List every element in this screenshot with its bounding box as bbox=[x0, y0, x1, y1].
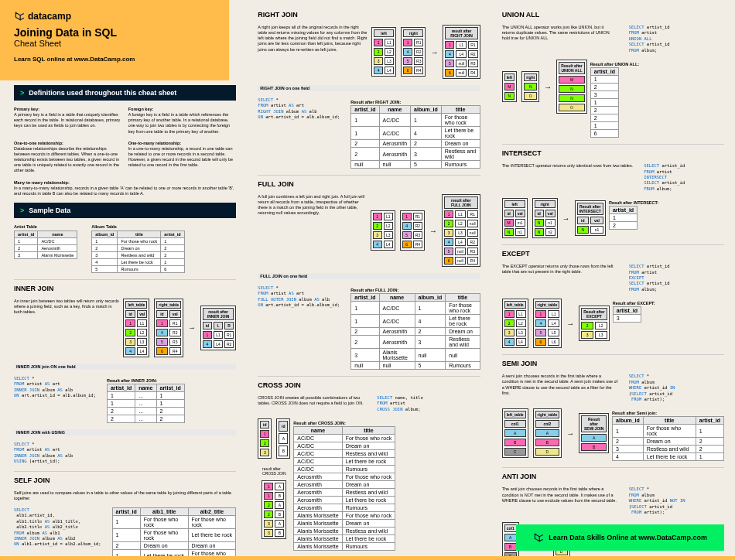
right-join-title: RIGHT JOIN bbox=[258, 6, 480, 19]
album-table-label: Album Table bbox=[91, 224, 117, 229]
inner-join-diagram: left_tableidval1L12L23L34L4 right_tablei… bbox=[123, 299, 236, 357]
unionall-title: UNION ALL bbox=[502, 6, 724, 19]
artist-table-label: Artist Table bbox=[14, 224, 37, 229]
self-join-title: SELF JOIN bbox=[14, 471, 236, 484]
sample-tables: Artist Table artist_idname1AC/DC2Aerosmi… bbox=[14, 224, 236, 273]
unionall-desc: The UNION ALL operator works just like U… bbox=[502, 25, 618, 41]
semi-code: SELECT * FROM album WHERE artist_id IN (… bbox=[629, 374, 675, 402]
inner-result-label: Result after INNER JOIN: bbox=[107, 378, 185, 383]
inner-join-desc: An inner join between two tables will re… bbox=[14, 299, 120, 315]
right-code: SELECT * FROM artist AS art RIGHT JOIN a… bbox=[258, 97, 340, 121]
cta-text: Learn Data Skills Online at www.DataCamp… bbox=[549, 534, 707, 541]
inner-code-1: SELECT * FROM artist AS art INNER JOIN a… bbox=[14, 376, 96, 399]
album-table: album_idtitleartist_id1For those who roc… bbox=[91, 230, 184, 273]
except-result-label: Result after EXCEPT: bbox=[613, 301, 655, 306]
except-diagram: left_table1L12L23L34L4 right_table1L14L4… bbox=[502, 299, 610, 348]
except-desc: The EXCEPT operator returns only those r… bbox=[502, 264, 618, 275]
brand-text: datacamp bbox=[28, 11, 71, 22]
full-sub: FULL JOIN on one field bbox=[258, 273, 480, 279]
doc-subtitle: Cheat Sheet bbox=[14, 39, 215, 48]
intersect-code: SELECT artist_id FROM artist INTERSECT S… bbox=[644, 163, 685, 192]
right-result-label: Result after RIGHT JOIN: bbox=[350, 100, 480, 104]
inner-join-title: INNER JOIN bbox=[14, 279, 236, 292]
intersect-desc: The INTERSECT operator returns only iden… bbox=[502, 163, 634, 169]
artist-table: artist_idname1AC/DC2Aerosmith3Alanis Mor… bbox=[14, 230, 77, 259]
datacamp-logo-icon bbox=[533, 532, 544, 543]
arrow-icon: → bbox=[429, 227, 437, 235]
unionall-code: SELECT artist_id FROM artist UNION ALL S… bbox=[629, 25, 670, 53]
anti-join-title: ANTI JOIN bbox=[502, 467, 724, 480]
intersect-title: INTERSECT bbox=[502, 144, 724, 157]
unionall-result-label: Result after UNION ALL: bbox=[590, 62, 639, 67]
column-2: RIGHT JOIN A right join keeps all of the… bbox=[247, 0, 491, 560]
right-join-diagram: left1L12L23L34L4 right1R14R25R36R4 → res… bbox=[371, 25, 480, 79]
right-sub: RIGHT JOIN on one field bbox=[258, 85, 480, 91]
chevron-icon: > bbox=[20, 89, 24, 97]
self-code: SELECT alb1.artist_id, alb1.title AS alb… bbox=[14, 507, 101, 548]
intersect-result-table: artist_id12 bbox=[609, 206, 638, 230]
def-fk: Foreign key:A foreign key is a field in … bbox=[128, 107, 237, 135]
cross-result-table: nametitleAC/DCFor those who rockAC/DCDre… bbox=[293, 426, 395, 551]
anti-code: SELECT * FROM album WHERE artist_id NOT … bbox=[629, 487, 685, 515]
def-many-to-many: Many-to-many relationship:In a many-to-m… bbox=[14, 180, 236, 196]
intersect-diagram: leftidvalMm1Nn1 rightidvalNn1Nn2 → Resul… bbox=[502, 198, 606, 238]
inner-result-table: artist_idnameartist_id1...11...12...22..… bbox=[107, 384, 185, 423]
unionall-diagram: leftMN rightNO → Result afterUNION ALLMN… bbox=[502, 60, 587, 114]
unionall-result-table: artist_id12312216 bbox=[590, 67, 619, 138]
full-join-desc: A full join combines a left join and rig… bbox=[258, 194, 367, 217]
arrow-icon: → bbox=[188, 323, 196, 332]
inner-code-2: SELECT * FROM artist AS art INNER JOIN a… bbox=[14, 442, 236, 465]
self-join-desc: Self-joins are used to compare values in… bbox=[14, 490, 236, 501]
full-result-label: Result after FULL JOIN: bbox=[350, 288, 480, 292]
footer-cta[interactable]: Learn Data Skills Online at www.DataCamp… bbox=[516, 524, 724, 551]
cross-code: SELECT name, title FROM artist CROSS JOI… bbox=[377, 395, 423, 412]
page: >Definitions used throughout this cheat … bbox=[0, 0, 735, 560]
definitions-grid: Primary key:A primary key is a field in … bbox=[14, 107, 236, 196]
intersect-result-label: Result after INTERSECT: bbox=[609, 200, 658, 205]
cross-join-desc: CROSS JOIN creates all possible combinat… bbox=[258, 395, 366, 406]
doc-title: Joining Data in SQL bbox=[14, 26, 215, 39]
definitions-header: >Definitions used throughout this cheat … bbox=[14, 85, 236, 101]
sample-data-title: Sample Data bbox=[29, 207, 70, 214]
right-result-table: artist_idnamealbum_idtitle1AC/DC1For tho… bbox=[350, 105, 480, 169]
logo: datacamp bbox=[14, 11, 215, 22]
sample-data-header: >Sample Data bbox=[14, 203, 236, 218]
definitions-title: Definitions used throughout this cheat s… bbox=[29, 89, 176, 97]
def-one-to-many: One-to-many relationship:In a one-to-man… bbox=[128, 141, 237, 174]
def-one-to-one: One-to-one relationship:Database relatio… bbox=[14, 141, 122, 174]
column-3: UNION ALL The UNION ALL operator works j… bbox=[491, 0, 735, 560]
learn-link[interactable]: Learn SQL online at www.DataCamp.com bbox=[14, 56, 215, 63]
anti-desc: The anti join chooses records in the fir… bbox=[502, 487, 618, 503]
column-1: >Definitions used throughout this cheat … bbox=[0, 0, 247, 560]
semi-desc: A semi join chooses records in the first… bbox=[502, 374, 618, 396]
cross-result-label: Result after CROSS JOIN: bbox=[293, 421, 395, 425]
semi-diagram: left_tablecol1ABC right_tablecol2ABD → R… bbox=[502, 408, 609, 458]
semi-result-label: Result after Semi join: bbox=[612, 411, 724, 415]
inner-sub1: INNER JOIN join ON one field bbox=[14, 364, 236, 370]
full-join-diagram: 1L12L23L34L4 1R14R25R36R4 → result after… bbox=[371, 194, 480, 267]
except-result-table: artist_id3 bbox=[613, 306, 641, 323]
semi-join-title: SEMI JOIN bbox=[502, 354, 724, 367]
full-join-title: FULL JOIN bbox=[258, 175, 480, 188]
cross-join-title: CROSS JOIN bbox=[258, 376, 480, 389]
except-code: SELECT artist_id FROM artist EXCEPT SELE… bbox=[629, 264, 670, 292]
full-result-table: artist_idnamealbum_idtitle1AC/DC1For tho… bbox=[350, 293, 480, 370]
cross-join-diagram: id123idAB result afterCROSS JOIN 1A1B2A2… bbox=[258, 418, 290, 539]
footer-bar bbox=[0, 556, 735, 560]
def-pk: Primary key:A primary key is a field in … bbox=[14, 107, 122, 135]
inner-sub2: INNER JOIN with USING bbox=[14, 429, 236, 435]
header-panel: datacamp Joining Data in SQL Cheat Sheet… bbox=[0, 0, 229, 80]
semi-result-table: album_idtitleartist_id1For those who roc… bbox=[612, 416, 724, 461]
except-title: EXCEPT bbox=[502, 244, 724, 258]
full-code: SELECT * FROM artist AS art FULL OUTER J… bbox=[258, 285, 340, 309]
right-join-desc: A right join keeps all of the original r… bbox=[258, 25, 368, 53]
self-result-table: artist_idalb1_titlealb2_title1For those … bbox=[112, 507, 237, 560]
chevron-icon: > bbox=[20, 207, 24, 214]
arrow-icon: → bbox=[430, 48, 438, 56]
datacamp-logo-icon bbox=[14, 11, 25, 22]
